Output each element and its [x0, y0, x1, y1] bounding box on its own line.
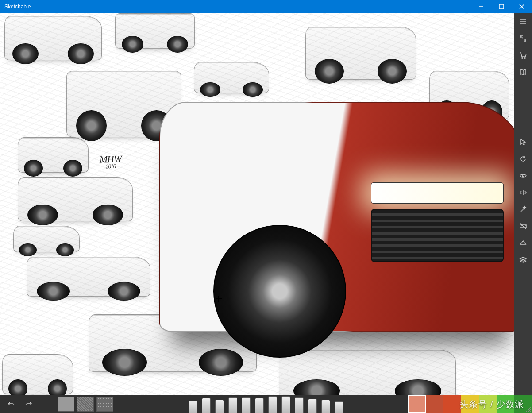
mirror-icon [519, 189, 527, 197]
texture-patterns [58, 397, 113, 412]
car-sketch [115, 13, 195, 49]
undo-icon [8, 400, 15, 408]
cart-button[interactable] [514, 47, 532, 64]
undo-button[interactable] [4, 396, 19, 412]
car-sketch [4, 16, 102, 60]
wand-button[interactable] [514, 201, 532, 218]
bottom-toolbar: 头条号 / 少数派 [0, 395, 532, 413]
close-button[interactable] [512, 0, 532, 13]
mirror-button[interactable] [514, 184, 532, 201]
swatch-2[interactable] [426, 395, 443, 413]
car-sketch [18, 137, 89, 173]
car-headlight [371, 182, 504, 204]
close-icon [518, 3, 526, 11]
shape-icon [519, 239, 527, 247]
svg-point-10 [522, 175, 524, 177]
window-controls [471, 0, 532, 13]
drawing-canvas[interactable]: MHW 2016 [0, 13, 514, 395]
layers-icon [519, 256, 527, 264]
main-car-render [159, 102, 514, 332]
brush-chisel[interactable] [308, 399, 317, 413]
brush-marker-2[interactable] [242, 397, 251, 413]
menu-button[interactable] [514, 13, 532, 30]
pattern-noise[interactable] [77, 397, 94, 412]
swatch-3[interactable] [443, 395, 461, 413]
book-icon [519, 68, 527, 76]
menu-icon [519, 18, 527, 26]
rotate-button[interactable] [514, 151, 532, 167]
minimize-button[interactable] [471, 0, 491, 13]
car-grille [371, 209, 504, 262]
window-title: Sketchable [4, 4, 31, 10]
shape-button[interactable] [514, 235, 532, 251]
artist-signature: MHW 2016 [99, 154, 122, 169]
titlebar: Sketchable [0, 0, 532, 13]
brush-pen[interactable] [295, 397, 304, 413]
fullscreen-icon [519, 35, 527, 42]
pointer-button[interactable] [514, 134, 532, 151]
svg-point-8 [524, 58, 526, 59]
car-sketch [305, 27, 416, 80]
swatch-6[interactable] [497, 395, 514, 413]
color-palette [408, 395, 532, 413]
brush-airbrush[interactable] [321, 400, 330, 413]
pattern-solid[interactable] [58, 397, 74, 412]
layers-button[interactable] [514, 251, 532, 268]
redo-icon [24, 400, 32, 408]
brush-pencil[interactable] [255, 398, 264, 413]
car-sketch [27, 257, 150, 297]
pointer-icon [519, 138, 527, 146]
rotate-icon [519, 155, 527, 163]
brush-liner-2[interactable] [281, 396, 290, 413]
swatch-1[interactable] [408, 395, 426, 413]
brush-flat[interactable] [215, 400, 224, 413]
svg-rect-1 [499, 4, 504, 9]
car-wheel [213, 225, 346, 358]
resize-grip-icon[interactable] [526, 407, 531, 412]
car-sketch [279, 350, 456, 395]
wand-icon [519, 205, 527, 213]
car-sketch [194, 62, 269, 93]
cart-icon [519, 51, 527, 59]
brush-eraser[interactable] [335, 401, 343, 413]
brush-marker-1[interactable] [228, 397, 237, 413]
car-sketch [18, 177, 133, 221]
brush-liner-1[interactable] [268, 396, 277, 413]
pattern-dots[interactable] [96, 397, 113, 412]
book-button[interactable] [514, 64, 532, 81]
eye-icon [519, 172, 527, 180]
ruler-button[interactable] [514, 218, 532, 235]
car-sketch [2, 354, 73, 394]
eye-button[interactable] [514, 167, 532, 184]
maximize-icon [497, 3, 505, 11]
swatch-4[interactable] [461, 395, 479, 413]
right-toolbar [514, 13, 532, 395]
brush-round-2[interactable] [202, 398, 211, 413]
brush-picker [189, 395, 343, 413]
redo-button[interactable] [20, 396, 36, 412]
brush-round-1[interactable] [189, 401, 197, 413]
ruler-icon [519, 222, 527, 230]
swatch-5[interactable] [479, 395, 497, 413]
minimize-icon [477, 3, 485, 11]
maximize-button[interactable] [491, 0, 512, 13]
svg-point-7 [522, 58, 523, 59]
fullscreen-button[interactable] [514, 30, 532, 47]
car-sketch [13, 226, 80, 252]
